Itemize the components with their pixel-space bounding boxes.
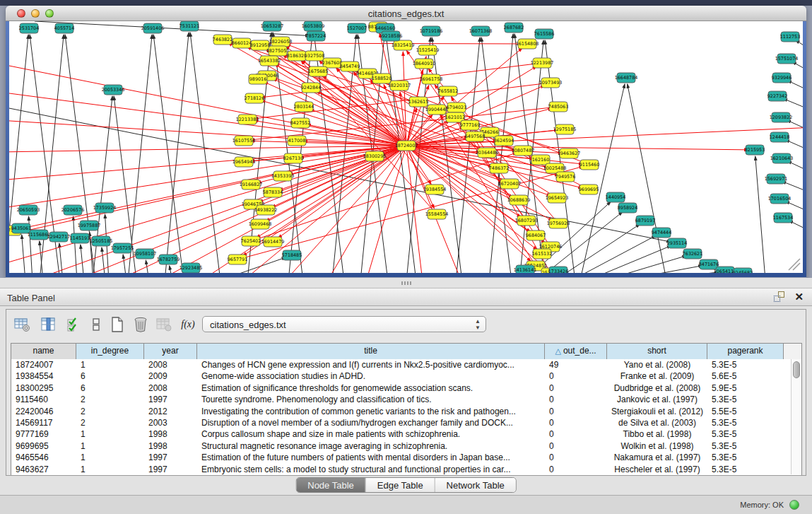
selected-node[interactable]: 7949576 [555, 172, 575, 182]
selected-node[interactable]: 2803144 [294, 102, 314, 112]
column-header-short[interactable]: short [607, 344, 707, 359]
selected-node[interactable]: 14938222 [254, 205, 278, 215]
selected-node[interactable]: 10688639 [507, 195, 531, 205]
node[interactable]: 20650593 [17, 205, 40, 215]
splitter-grip-icon[interactable] [401, 281, 411, 285]
table-row[interactable]: 1456911722003Disruption of a novel membe… [11, 417, 801, 428]
selected-node[interactable]: 16961758 [420, 74, 443, 84]
selected-node[interactable]: 16914479 [261, 237, 285, 247]
node[interactable]: 9245682 [733, 268, 753, 273]
selected-node[interactable]: 18275057 [266, 46, 290, 56]
edge[interactable] [755, 156, 765, 273]
selected-edge[interactable] [9, 146, 406, 237]
edge[interactable] [59, 243, 63, 273]
table-row[interactable]: 977716911998Corpus callosum shape and si… [11, 428, 801, 440]
node[interactable]: 2935114 [667, 238, 687, 248]
edge[interactable] [40, 241, 43, 273]
node[interactable]: 1527007 [347, 23, 367, 33]
selected-edge[interactable] [310, 109, 406, 146]
node[interactable]: 1440954 [606, 192, 625, 202]
node[interactable]: 12505185 [90, 236, 113, 246]
selected-node[interactable]: 18226058 [269, 37, 293, 47]
node[interactable]: 17016504 [768, 194, 792, 204]
node[interactable]: 14136141 [514, 265, 537, 273]
selected-node[interactable]: 9115460 [579, 160, 599, 170]
selected-node[interactable]: 1588520 [372, 74, 392, 83]
table-row[interactable]: 2242004622012Investigating the contribut… [11, 406, 801, 417]
node[interactable]: 6879197 [635, 216, 655, 226]
selected-node[interactable]: 1362615 [408, 97, 428, 107]
selected-node[interactable]: 9242844 [301, 83, 321, 93]
selected-node[interactable]: 9777169 [460, 120, 480, 130]
table-selector-dropdown[interactable]: citations_edges.txt ▲▼ [202, 316, 486, 332]
edge[interactable] [81, 245, 84, 273]
tab-node-table[interactable]: Node Table [296, 478, 366, 492]
edge[interactable] [628, 84, 666, 273]
edge[interactable] [190, 33, 220, 273]
edge[interactable] [128, 35, 152, 273]
tab-network-table[interactable]: Network Table [435, 478, 516, 492]
edge[interactable] [553, 224, 640, 273]
column-header-out_de[interactable]: △out_de... [545, 344, 607, 359]
edge[interactable] [585, 245, 671, 273]
node[interactable]: 20591406 [141, 23, 165, 33]
edge[interactable] [93, 96, 112, 273]
selected-node[interactable]: 9699695 [579, 185, 599, 194]
selected-node[interactable]: 1615132 [532, 249, 552, 259]
selection-mode-button[interactable] [64, 315, 83, 334]
node[interactable]: 19218586 [379, 31, 403, 41]
selected-node[interactable]: 8427552 [290, 118, 310, 128]
selected-node[interactable]: 16720407 [498, 179, 522, 189]
node[interactable]: 20206576 [61, 205, 85, 215]
selected-node[interactable]: 8660124 [232, 38, 252, 48]
create-column-button[interactable] [107, 315, 127, 334]
edge[interactable] [617, 266, 702, 273]
selected-node[interactable]: 5878334 [263, 187, 283, 197]
table-row[interactable]: 946554611997Estimation of the future num… [11, 452, 801, 463]
selected-edge[interactable] [406, 146, 546, 269]
node[interactable]: 7632621 [683, 249, 702, 259]
node[interactable]: 1167534 [773, 213, 793, 223]
node[interactable]: 16210643 [770, 153, 794, 163]
scrollbar-thumb[interactable] [793, 361, 800, 378]
selected-node[interactable]: 19904448 [425, 105, 449, 115]
selected-node[interactable]: 19654923 [546, 193, 569, 203]
table-row[interactable]: 1938455462009Genome-wide association stu… [11, 370, 801, 382]
node[interactable]: 1733426 [548, 267, 568, 273]
node[interactable]: 17359924 [93, 203, 117, 213]
network-canvas[interactable]: 1872400774638228660124891295818226058182… [9, 21, 803, 273]
column-header-name[interactable]: name [11, 344, 76, 359]
edge[interactable] [9, 35, 28, 273]
table-mode-button[interactable] [12, 315, 32, 334]
selected-node[interactable]: 14353393 [271, 171, 295, 181]
selected-node[interactable]: 12975185 [553, 124, 577, 134]
edge[interactable] [570, 235, 656, 273]
node[interactable]: 7615586 [534, 29, 554, 39]
edge[interactable] [22, 235, 25, 273]
selected-node[interactable]: 8267130 [283, 153, 303, 163]
selected-node[interactable]: 12213987 [531, 58, 554, 68]
selected-node[interactable]: 8454749 [340, 62, 360, 71]
node[interactable]: 12923485 [180, 263, 203, 273]
function-builder-button[interactable]: f(x) [178, 315, 198, 334]
selected-node[interactable]: 7655812 [438, 86, 458, 96]
table-row[interactable]: 911546021997Tourette syndrome. Phenomeno… [11, 394, 801, 405]
node[interactable]: 16053809 [302, 21, 325, 31]
selected-node[interactable]: 9327508 [305, 51, 324, 61]
window-titlebar[interactable]: citations_edges.txt [6, 6, 806, 21]
selected-node[interactable]: 19384554 [423, 185, 447, 194]
node[interactable]: 19975887 [78, 221, 101, 230]
edge[interactable] [123, 255, 126, 273]
node[interactable]: 8958924 [618, 203, 637, 213]
selected-edge[interactable] [251, 153, 517, 241]
node[interactable]: 16782759 [157, 255, 180, 264]
selected-node[interactable]: 7463822 [213, 35, 233, 45]
selected-edge[interactable] [261, 100, 406, 146]
split-divider[interactable] [0, 278, 812, 288]
selected-node[interactable]: 18300295 [363, 151, 387, 161]
edge[interactable] [782, 181, 803, 194]
node[interactable]: 8215953 [745, 145, 765, 155]
node[interactable]: 16648784 [615, 73, 638, 83]
selected-node[interactable]: 12213383 [236, 115, 259, 124]
selected-node[interactable]: 6794023 [447, 103, 466, 112]
